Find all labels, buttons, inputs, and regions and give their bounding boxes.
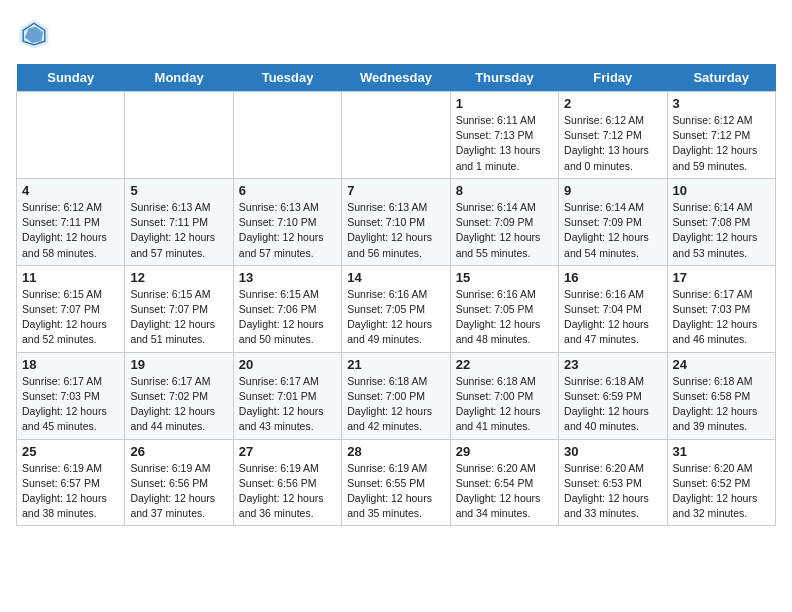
calendar-cell: 23Sunrise: 6:18 AM Sunset: 6:59 PM Dayli… <box>559 352 667 439</box>
calendar-cell: 26Sunrise: 6:19 AM Sunset: 6:56 PM Dayli… <box>125 439 233 526</box>
page-header <box>16 16 776 52</box>
calendar-cell: 8Sunrise: 6:14 AM Sunset: 7:09 PM Daylig… <box>450 178 558 265</box>
day-number: 26 <box>130 444 227 459</box>
day-number: 15 <box>456 270 553 285</box>
day-info: Sunrise: 6:12 AM Sunset: 7:11 PM Dayligh… <box>22 200 119 261</box>
calendar-cell: 25Sunrise: 6:19 AM Sunset: 6:57 PM Dayli… <box>17 439 125 526</box>
calendar-cell: 21Sunrise: 6:18 AM Sunset: 7:00 PM Dayli… <box>342 352 450 439</box>
weekday-header-tuesday: Tuesday <box>233 64 341 92</box>
day-number: 14 <box>347 270 444 285</box>
day-info: Sunrise: 6:19 AM Sunset: 6:56 PM Dayligh… <box>239 461 336 522</box>
calendar-cell <box>125 92 233 179</box>
day-number: 29 <box>456 444 553 459</box>
day-info: Sunrise: 6:19 AM Sunset: 6:56 PM Dayligh… <box>130 461 227 522</box>
calendar-cell: 30Sunrise: 6:20 AM Sunset: 6:53 PM Dayli… <box>559 439 667 526</box>
day-info: Sunrise: 6:14 AM Sunset: 7:09 PM Dayligh… <box>456 200 553 261</box>
day-number: 19 <box>130 357 227 372</box>
day-number: 20 <box>239 357 336 372</box>
day-number: 21 <box>347 357 444 372</box>
day-info: Sunrise: 6:15 AM Sunset: 7:07 PM Dayligh… <box>130 287 227 348</box>
calendar-cell <box>342 92 450 179</box>
day-info: Sunrise: 6:13 AM Sunset: 7:11 PM Dayligh… <box>130 200 227 261</box>
day-number: 17 <box>673 270 770 285</box>
day-info: Sunrise: 6:18 AM Sunset: 6:59 PM Dayligh… <box>564 374 661 435</box>
day-info: Sunrise: 6:20 AM Sunset: 6:54 PM Dayligh… <box>456 461 553 522</box>
day-number: 13 <box>239 270 336 285</box>
calendar-cell: 6Sunrise: 6:13 AM Sunset: 7:10 PM Daylig… <box>233 178 341 265</box>
calendar-cell: 14Sunrise: 6:16 AM Sunset: 7:05 PM Dayli… <box>342 265 450 352</box>
day-info: Sunrise: 6:15 AM Sunset: 7:07 PM Dayligh… <box>22 287 119 348</box>
day-number: 23 <box>564 357 661 372</box>
day-number: 18 <box>22 357 119 372</box>
day-number: 30 <box>564 444 661 459</box>
day-info: Sunrise: 6:17 AM Sunset: 7:01 PM Dayligh… <box>239 374 336 435</box>
calendar-cell: 20Sunrise: 6:17 AM Sunset: 7:01 PM Dayli… <box>233 352 341 439</box>
day-number: 24 <box>673 357 770 372</box>
day-info: Sunrise: 6:18 AM Sunset: 6:58 PM Dayligh… <box>673 374 770 435</box>
calendar-week-2: 4Sunrise: 6:12 AM Sunset: 7:11 PM Daylig… <box>17 178 776 265</box>
weekday-header-saturday: Saturday <box>667 64 775 92</box>
day-info: Sunrise: 6:15 AM Sunset: 7:06 PM Dayligh… <box>239 287 336 348</box>
day-number: 27 <box>239 444 336 459</box>
day-info: Sunrise: 6:17 AM Sunset: 7:02 PM Dayligh… <box>130 374 227 435</box>
calendar-body: 1Sunrise: 6:11 AM Sunset: 7:13 PM Daylig… <box>17 92 776 526</box>
day-number: 9 <box>564 183 661 198</box>
day-info: Sunrise: 6:11 AM Sunset: 7:13 PM Dayligh… <box>456 113 553 174</box>
calendar-cell: 9Sunrise: 6:14 AM Sunset: 7:09 PM Daylig… <box>559 178 667 265</box>
day-number: 31 <box>673 444 770 459</box>
calendar-cell: 18Sunrise: 6:17 AM Sunset: 7:03 PM Dayli… <box>17 352 125 439</box>
day-info: Sunrise: 6:16 AM Sunset: 7:05 PM Dayligh… <box>456 287 553 348</box>
calendar-cell: 24Sunrise: 6:18 AM Sunset: 6:58 PM Dayli… <box>667 352 775 439</box>
calendar-cell: 7Sunrise: 6:13 AM Sunset: 7:10 PM Daylig… <box>342 178 450 265</box>
calendar-cell: 15Sunrise: 6:16 AM Sunset: 7:05 PM Dayli… <box>450 265 558 352</box>
day-info: Sunrise: 6:16 AM Sunset: 7:05 PM Dayligh… <box>347 287 444 348</box>
day-number: 11 <box>22 270 119 285</box>
day-number: 8 <box>456 183 553 198</box>
calendar-cell: 31Sunrise: 6:20 AM Sunset: 6:52 PM Dayli… <box>667 439 775 526</box>
calendar-cell <box>233 92 341 179</box>
day-info: Sunrise: 6:12 AM Sunset: 7:12 PM Dayligh… <box>564 113 661 174</box>
day-number: 28 <box>347 444 444 459</box>
calendar-header: SundayMondayTuesdayWednesdayThursdayFrid… <box>17 64 776 92</box>
weekday-header-wednesday: Wednesday <box>342 64 450 92</box>
calendar-week-4: 18Sunrise: 6:17 AM Sunset: 7:03 PM Dayli… <box>17 352 776 439</box>
day-info: Sunrise: 6:19 AM Sunset: 6:55 PM Dayligh… <box>347 461 444 522</box>
calendar-cell: 12Sunrise: 6:15 AM Sunset: 7:07 PM Dayli… <box>125 265 233 352</box>
day-number: 2 <box>564 96 661 111</box>
day-number: 7 <box>347 183 444 198</box>
calendar-cell: 2Sunrise: 6:12 AM Sunset: 7:12 PM Daylig… <box>559 92 667 179</box>
day-info: Sunrise: 6:17 AM Sunset: 7:03 PM Dayligh… <box>673 287 770 348</box>
calendar-cell <box>17 92 125 179</box>
calendar-week-1: 1Sunrise: 6:11 AM Sunset: 7:13 PM Daylig… <box>17 92 776 179</box>
day-info: Sunrise: 6:13 AM Sunset: 7:10 PM Dayligh… <box>347 200 444 261</box>
day-number: 25 <box>22 444 119 459</box>
day-info: Sunrise: 6:14 AM Sunset: 7:08 PM Dayligh… <box>673 200 770 261</box>
day-number: 16 <box>564 270 661 285</box>
weekday-header-thursday: Thursday <box>450 64 558 92</box>
calendar-cell: 13Sunrise: 6:15 AM Sunset: 7:06 PM Dayli… <box>233 265 341 352</box>
calendar-cell: 5Sunrise: 6:13 AM Sunset: 7:11 PM Daylig… <box>125 178 233 265</box>
calendar-cell: 11Sunrise: 6:15 AM Sunset: 7:07 PM Dayli… <box>17 265 125 352</box>
day-number: 10 <box>673 183 770 198</box>
calendar-cell: 16Sunrise: 6:16 AM Sunset: 7:04 PM Dayli… <box>559 265 667 352</box>
day-info: Sunrise: 6:14 AM Sunset: 7:09 PM Dayligh… <box>564 200 661 261</box>
weekday-header-sunday: Sunday <box>17 64 125 92</box>
day-info: Sunrise: 6:18 AM Sunset: 7:00 PM Dayligh… <box>456 374 553 435</box>
calendar-cell: 29Sunrise: 6:20 AM Sunset: 6:54 PM Dayli… <box>450 439 558 526</box>
weekday-row: SundayMondayTuesdayWednesdayThursdayFrid… <box>17 64 776 92</box>
day-info: Sunrise: 6:12 AM Sunset: 7:12 PM Dayligh… <box>673 113 770 174</box>
day-number: 12 <box>130 270 227 285</box>
calendar-cell: 10Sunrise: 6:14 AM Sunset: 7:08 PM Dayli… <box>667 178 775 265</box>
calendar-table: SundayMondayTuesdayWednesdayThursdayFrid… <box>16 64 776 526</box>
day-info: Sunrise: 6:19 AM Sunset: 6:57 PM Dayligh… <box>22 461 119 522</box>
calendar-cell: 22Sunrise: 6:18 AM Sunset: 7:00 PM Dayli… <box>450 352 558 439</box>
day-info: Sunrise: 6:13 AM Sunset: 7:10 PM Dayligh… <box>239 200 336 261</box>
day-number: 22 <box>456 357 553 372</box>
calendar-week-5: 25Sunrise: 6:19 AM Sunset: 6:57 PM Dayli… <box>17 439 776 526</box>
day-number: 5 <box>130 183 227 198</box>
day-number: 1 <box>456 96 553 111</box>
day-info: Sunrise: 6:16 AM Sunset: 7:04 PM Dayligh… <box>564 287 661 348</box>
calendar-cell: 19Sunrise: 6:17 AM Sunset: 7:02 PM Dayli… <box>125 352 233 439</box>
day-info: Sunrise: 6:17 AM Sunset: 7:03 PM Dayligh… <box>22 374 119 435</box>
day-info: Sunrise: 6:20 AM Sunset: 6:53 PM Dayligh… <box>564 461 661 522</box>
